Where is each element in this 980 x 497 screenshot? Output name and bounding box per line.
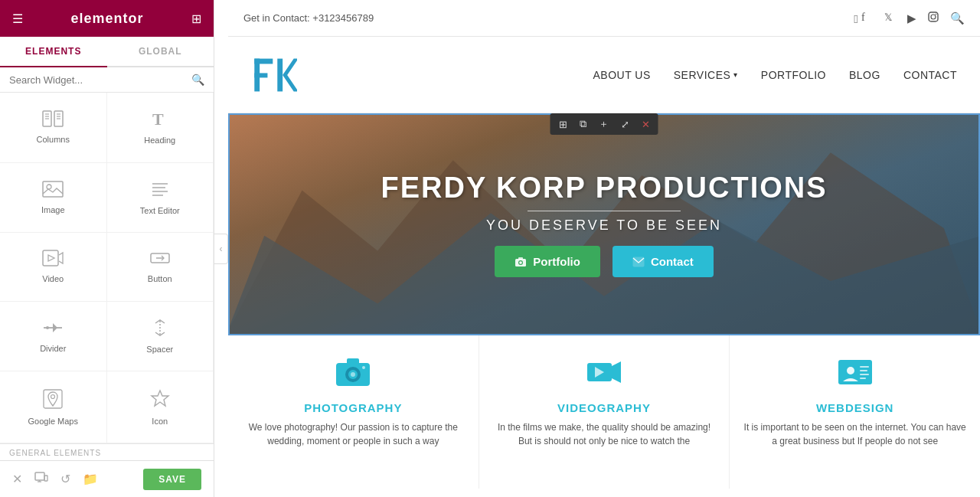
icon-widget-icon bbox=[150, 389, 170, 412]
svg-point-33 bbox=[931, 15, 936, 19]
videography-desc: In the films we make, the quality should… bbox=[492, 420, 717, 448]
logo-area bbox=[251, 52, 297, 98]
spacer-icon bbox=[150, 319, 170, 340]
search-bar: 🔍 bbox=[0, 67, 214, 93]
widget-columns-label: Columns bbox=[37, 135, 70, 144]
widget-spacer[interactable]: Spacer bbox=[107, 302, 214, 372]
section-move-btn[interactable]: ⤢ bbox=[616, 115, 635, 134]
widget-spacer-label: Spacer bbox=[146, 345, 173, 354]
svg-text:𝕏: 𝕏 bbox=[884, 11, 892, 23]
nav-links: ABOUT US SERVICES ▾ PORTFOLIO BLOG CONTA… bbox=[593, 69, 957, 81]
section-grid-btn[interactable]: ⊞ bbox=[554, 115, 573, 134]
general-elements-label: GENERAL ELEMENTS bbox=[0, 443, 214, 460]
svg-rect-38 bbox=[277, 58, 283, 91]
widget-google-maps[interactable]: Google Maps bbox=[0, 371, 107, 443]
hero-underline bbox=[528, 211, 681, 211]
widget-text-editor[interactable]: Text Editor bbox=[107, 163, 214, 234]
save-button[interactable]: SAVE bbox=[143, 469, 201, 490]
widgets-grid: Columns T Heading Image bbox=[0, 93, 214, 443]
tab-global[interactable]: GLOBAL bbox=[107, 37, 214, 66]
videography-icon bbox=[584, 352, 624, 392]
responsive-icon[interactable] bbox=[34, 472, 48, 487]
webdesign-title: WEBDESIGN bbox=[816, 401, 894, 414]
nav-bar: ABOUT US SERVICES ▾ PORTFOLIO BLOG CONTA… bbox=[228, 37, 980, 113]
svg-marker-54 bbox=[612, 361, 621, 383]
text-editor-icon bbox=[150, 180, 170, 201]
svg-rect-37 bbox=[254, 73, 267, 77]
svg-point-21 bbox=[46, 326, 49, 329]
svg-point-10 bbox=[47, 185, 51, 189]
top-bar: Get in Contact: +3123456789  f 𝕏 ▶ 🔍 bbox=[228, 0, 980, 37]
svg-rect-26 bbox=[35, 472, 44, 480]
hero-title: FERDY KORP PRODUCTIONS bbox=[381, 172, 827, 204]
twitter-icon[interactable]: 𝕏 bbox=[884, 11, 897, 25]
photography-desc: We love photography! Our passion is to c… bbox=[240, 420, 466, 448]
tab-elements[interactable]: ELEMENTS bbox=[0, 37, 107, 67]
youtube-icon[interactable]: ▶ bbox=[907, 11, 916, 25]
videography-icon-circle bbox=[583, 351, 626, 394]
contact-button[interactable]: Contact bbox=[612, 246, 714, 277]
svg-point-50 bbox=[351, 372, 355, 377]
panel-collapse-handle[interactable]: ‹ bbox=[214, 234, 228, 264]
svg-rect-51 bbox=[347, 358, 359, 365]
grid-icon[interactable]: ⊞ bbox=[191, 11, 201, 26]
left-panel: ☰ elementor ⊞ ELEMENTS GLOBAL 🔍 bbox=[0, 0, 214, 497]
service-photography: PHOTOGRAPHY We love photography! Our pas… bbox=[228, 335, 479, 489]
widget-google-maps-label: Google Maps bbox=[28, 417, 78, 426]
widget-button[interactable]: Button bbox=[107, 233, 214, 302]
search-nav-icon[interactable]: 🔍 bbox=[950, 11, 965, 25]
panel-header: ☰ elementor ⊞ bbox=[0, 0, 214, 37]
nav-blog[interactable]: BLOG bbox=[849, 69, 880, 81]
photography-icon bbox=[333, 352, 373, 392]
services-dropdown-arrow: ▾ bbox=[733, 70, 738, 79]
panel-tabs: ELEMENTS GLOBAL bbox=[0, 37, 214, 67]
svg-rect-9 bbox=[43, 181, 63, 197]
widget-image[interactable]: Image bbox=[0, 163, 107, 234]
heading-icon: T bbox=[151, 110, 169, 131]
svg-point-57 bbox=[847, 367, 854, 374]
folder-icon[interactable]: 📁 bbox=[83, 472, 98, 487]
widget-video-label: Video bbox=[42, 274, 64, 283]
facebook-icon[interactable]:  f bbox=[854, 11, 874, 25]
svg-rect-27 bbox=[44, 476, 47, 481]
widget-columns[interactable]: Columns bbox=[0, 93, 107, 163]
hamburger-icon[interactable]: ☰ bbox=[12, 11, 23, 26]
section-add-btn[interactable]: ＋ bbox=[593, 113, 614, 135]
instagram-icon[interactable] bbox=[927, 11, 939, 25]
nav-about-us[interactable]: ABOUT US bbox=[593, 69, 650, 81]
search-input[interactable] bbox=[9, 74, 191, 86]
search-icon: 🔍 bbox=[191, 74, 204, 86]
svg-point-34 bbox=[936, 14, 937, 15]
svg-rect-46 bbox=[633, 257, 644, 266]
nav-services[interactable]: SERVICES ▾ bbox=[674, 69, 738, 81]
nav-portfolio[interactable]: PORTFOLIO bbox=[761, 69, 826, 81]
section-close-btn[interactable]: ✕ bbox=[636, 115, 655, 134]
widget-heading[interactable]: T Heading bbox=[107, 93, 214, 163]
social-icons:  f 𝕏 ▶ 🔍 bbox=[854, 11, 965, 25]
webdesign-desc: It is important to be seen on the intern… bbox=[742, 420, 968, 448]
widget-icon[interactable]: Icon bbox=[107, 371, 214, 443]
undo-icon[interactable]: ↺ bbox=[60, 472, 70, 487]
services-row: PHOTOGRAPHY We love photography! Our pas… bbox=[228, 335, 980, 489]
svg-point-24 bbox=[51, 394, 55, 398]
svg-rect-15 bbox=[43, 250, 58, 266]
svg-rect-45 bbox=[518, 257, 523, 260]
close-icon[interactable]: ✕ bbox=[12, 472, 22, 487]
photography-title: PHOTOGRAPHY bbox=[304, 401, 402, 414]
widget-button-label: Button bbox=[148, 274, 172, 283]
widget-video[interactable]: Video bbox=[0, 233, 107, 302]
section-copy-btn[interactable]: ⧉ bbox=[574, 114, 592, 134]
svg-rect-59 bbox=[860, 370, 867, 371]
widget-heading-label: Heading bbox=[144, 136, 175, 145]
svg-marker-25 bbox=[152, 391, 168, 406]
widget-divider[interactable]: Divider bbox=[0, 302, 107, 372]
nav-contact[interactable]: CONTACT bbox=[903, 69, 957, 81]
widget-icon-label: Icon bbox=[152, 417, 168, 426]
hero-content: FERDY KORP PRODUCTIONS YOU DESERVE TO BE… bbox=[381, 172, 827, 277]
hero-subtitle: YOU DESERVE TO BE SEEN bbox=[381, 217, 827, 234]
portfolio-button[interactable]: Portfolio bbox=[495, 246, 600, 277]
button-icon bbox=[149, 250, 171, 270]
service-videography: VIDEOGRAPHY In the films we make, the qu… bbox=[479, 335, 730, 489]
svg-rect-36 bbox=[254, 58, 273, 64]
columns-icon bbox=[42, 110, 64, 130]
